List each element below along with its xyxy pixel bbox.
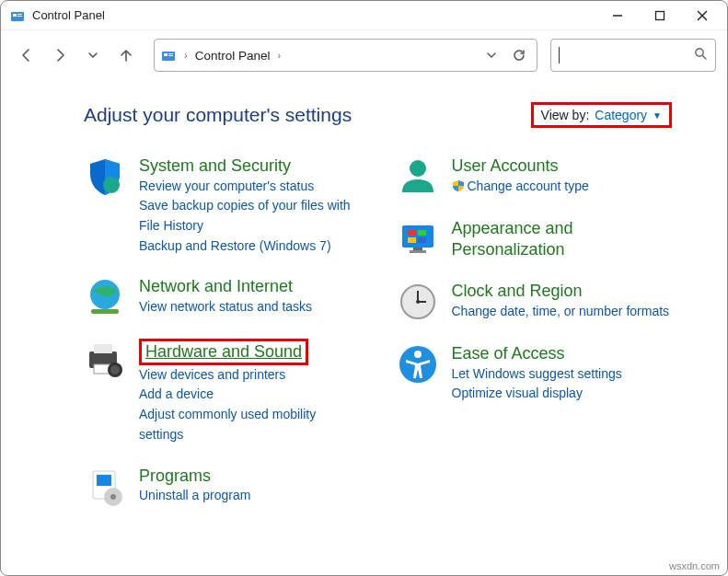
accessibility-icon [397, 343, 439, 386]
svg-rect-5 [656, 11, 664, 19]
category-appearance: Appearance and Personalization [397, 218, 673, 260]
view-by-value: Category [595, 108, 647, 122]
category-link[interactable]: Save backup copies of your files with Fi… [139, 196, 360, 236]
category-link[interactable]: Adjust commonly used mobility settings [139, 405, 360, 444]
svg-rect-33 [410, 250, 426, 253]
category-programs: Programs Uninstall a program [84, 466, 360, 508]
category-link[interactable]: Change account type [452, 177, 673, 197]
category-title[interactable]: Hardware and Sound [139, 339, 308, 365]
view-by-selector[interactable]: View by: Category ▼ [531, 102, 672, 128]
address-bar[interactable]: › Control Panel › [154, 39, 537, 72]
svg-point-12 [696, 49, 703, 56]
svg-rect-11 [168, 55, 173, 56]
svg-rect-23 [97, 475, 111, 486]
category-link[interactable]: Add a device [139, 385, 360, 405]
category-link[interactable]: Backup and Restore (Windows 7) [139, 236, 360, 257]
svg-rect-1 [13, 14, 17, 17]
window-title: Control Panel [32, 8, 105, 22]
svg-rect-16 [91, 309, 119, 314]
svg-rect-10 [168, 53, 173, 54]
category-link[interactable]: Optimize visual display [452, 384, 673, 404]
category-link[interactable]: Let Windows suggest settings [452, 364, 673, 385]
back-button[interactable] [12, 40, 41, 70]
user-icon [397, 156, 439, 198]
svg-rect-2 [17, 14, 22, 15]
svg-rect-31 [418, 237, 426, 243]
nav-toolbar: › Control Panel › [1, 30, 727, 80]
chevron-right-icon[interactable]: › [277, 50, 281, 61]
close-button[interactable] [681, 1, 723, 30]
clock-icon [397, 281, 439, 323]
svg-rect-29 [418, 230, 426, 236]
svg-point-37 [416, 300, 420, 304]
category-title[interactable]: Appearance and Personalization [452, 218, 673, 259]
svg-rect-28 [408, 230, 416, 236]
chevron-right-icon: › [184, 50, 188, 61]
svg-line-13 [703, 56, 707, 60]
control-panel-icon [10, 8, 25, 23]
category-title[interactable]: System and Security [139, 156, 360, 177]
svg-point-25 [110, 494, 116, 500]
titlebar: Control Panel [1, 1, 727, 30]
category-title[interactable]: Network and Internet [139, 276, 360, 297]
maximize-button[interactable] [639, 1, 681, 30]
category-ease: Ease of Access Let Windows suggest setti… [397, 343, 673, 404]
category-link[interactable]: View devices and printers [139, 365, 360, 386]
svg-rect-3 [17, 16, 22, 17]
uac-shield-icon [452, 179, 465, 191]
watermark: wsxdn.com [669, 560, 720, 571]
category-hardware: Hardware and Sound View devices and prin… [84, 339, 360, 444]
category-users: User Accounts Change account type [397, 156, 673, 198]
svg-rect-18 [94, 344, 112, 353]
view-by-label: View by: [541, 108, 590, 122]
category-network: Network and Internet View network status… [84, 276, 360, 318]
svg-rect-32 [413, 248, 422, 250]
appearance-icon [397, 218, 439, 260]
svg-rect-9 [164, 53, 168, 56]
page-heading: Adjust your computer's settings [84, 104, 352, 126]
control-panel-icon [160, 47, 177, 63]
shield-icon [84, 156, 126, 198]
breadcrumb-item[interactable]: Control Panel [195, 49, 271, 63]
caret-down-icon: ▼ [653, 110, 662, 121]
content-area: Adjust your computer's settings View by:… [1, 80, 727, 526]
category-link[interactable]: Uninstall a program [139, 486, 360, 506]
category-title[interactable]: Ease of Access [452, 343, 673, 364]
address-dropdown[interactable] [481, 40, 502, 70]
category-link[interactable]: View network status and tasks [139, 297, 360, 317]
category-title[interactable]: Clock and Region [452, 281, 673, 302]
globe-icon [84, 276, 126, 318]
search-input[interactable] [550, 39, 716, 72]
svg-point-39 [414, 351, 422, 358]
category-system-security: System and Security Review your computer… [84, 156, 360, 256]
search-icon [694, 47, 708, 63]
svg-point-14 [103, 177, 120, 193]
programs-icon [84, 466, 126, 508]
svg-rect-27 [402, 225, 433, 248]
refresh-button[interactable] [507, 40, 531, 70]
svg-point-26 [410, 160, 426, 177]
recent-dropdown[interactable] [78, 40, 108, 70]
category-link[interactable]: Change date, time, or number formats [452, 302, 673, 322]
page-heading-row: Adjust your computer's settings View by:… [84, 102, 672, 128]
category-title[interactable]: Programs [139, 466, 360, 487]
svg-point-21 [110, 365, 120, 374]
printer-icon [84, 339, 126, 381]
up-button[interactable] [111, 40, 141, 70]
category-clock: Clock and Region Change date, time, or n… [397, 281, 673, 323]
svg-rect-30 [408, 237, 416, 243]
minimize-button[interactable] [596, 1, 639, 30]
category-link[interactable]: Review your computer's status [139, 177, 360, 197]
category-title[interactable]: User Accounts [452, 156, 673, 177]
forward-button[interactable] [45, 40, 75, 70]
